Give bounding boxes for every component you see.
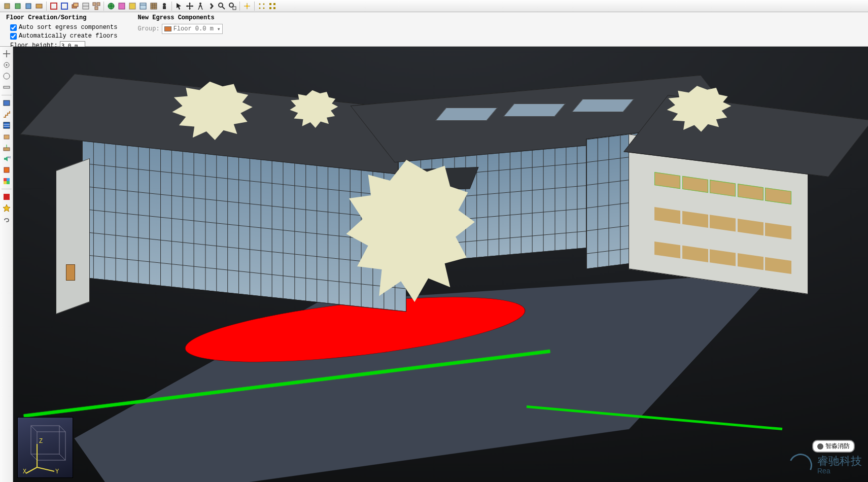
cube-icon[interactable] xyxy=(2,1,12,11)
viewport-3d[interactable]: Z Y X 智淼消防 睿驰科技 Rea xyxy=(13,47,868,482)
watermark-logo-icon xyxy=(786,451,816,480)
svg-rect-42 xyxy=(4,148,10,151)
group-dropdown[interactable]: Floor 0.0 m ▼ xyxy=(162,24,223,34)
svg-rect-14 xyxy=(119,3,125,9)
svg-rect-20 xyxy=(163,6,166,9)
link-icon[interactable] xyxy=(2,214,12,224)
mesh-pink-icon[interactable] xyxy=(117,1,127,11)
svg-rect-49 xyxy=(4,194,10,200)
svg-point-28 xyxy=(263,3,265,5)
svg-line-57 xyxy=(26,467,37,473)
stair-hash-icon[interactable] xyxy=(2,120,12,130)
axis-z-label: Z xyxy=(39,438,43,445)
svg-rect-4 xyxy=(51,3,57,9)
person-icon[interactable] xyxy=(159,1,169,11)
svg-point-22 xyxy=(219,3,223,7)
snap-grid-icon[interactable] xyxy=(257,1,267,11)
svg-line-52 xyxy=(31,426,37,432)
palette-icon[interactable] xyxy=(127,1,137,11)
svg-line-23 xyxy=(222,7,225,9)
snap-icon[interactable] xyxy=(242,1,252,11)
move-cross-icon[interactable] xyxy=(185,1,195,11)
svg-point-26 xyxy=(246,5,248,7)
badge-dot-icon xyxy=(817,443,823,450)
floor-up-icon[interactable] xyxy=(2,143,12,153)
door xyxy=(66,264,75,281)
skylight xyxy=(435,108,498,121)
layers-icon[interactable] xyxy=(70,1,80,11)
svg-rect-39 xyxy=(4,100,10,106)
auto-sort-label: Auto sort egress components xyxy=(19,24,117,31)
svg-point-21 xyxy=(199,3,201,5)
multi-box-icon[interactable] xyxy=(91,1,101,11)
watermark-title: 睿驰科技 xyxy=(817,456,862,467)
walk-icon[interactable] xyxy=(195,1,205,11)
svg-rect-32 xyxy=(273,3,275,5)
axis-y-label: Y xyxy=(55,468,59,474)
cube-orange-icon[interactable] xyxy=(2,165,12,175)
palette2-icon[interactable] xyxy=(2,176,12,186)
svg-rect-1 xyxy=(15,4,20,9)
auto-sort-checkbox[interactable] xyxy=(10,24,17,31)
auto-create-label: Automatically create floors xyxy=(19,32,117,40)
badge-text: 智淼消防 xyxy=(825,442,850,451)
svg-rect-2 xyxy=(26,4,31,9)
auto-create-checkbox-row[interactable]: Automatically create floors xyxy=(6,32,117,40)
ruler-icon[interactable] xyxy=(2,82,12,92)
svg-point-37 xyxy=(4,73,10,79)
zoom-area-icon[interactable] xyxy=(227,1,237,11)
svg-point-19 xyxy=(163,3,166,6)
svg-rect-45 xyxy=(4,178,7,181)
box-tan-icon[interactable] xyxy=(2,131,12,142)
property-bar: Floor Creation/Sorting Auto sort egress … xyxy=(0,12,868,47)
svg-rect-12 xyxy=(95,7,98,10)
pointer-icon[interactable] xyxy=(174,1,184,11)
orientation-gizmo[interactable]: Z Y X xyxy=(17,417,73,478)
axis-x-label: X xyxy=(23,468,26,474)
cube-green-icon[interactable] xyxy=(13,1,23,11)
top-toolbar xyxy=(0,0,868,12)
svg-point-36 xyxy=(6,64,7,66)
svg-rect-7 xyxy=(74,3,78,7)
svg-rect-18 xyxy=(151,3,157,9)
scale-icon[interactable] xyxy=(2,71,12,81)
svg-text:40: 40 xyxy=(8,156,11,159)
auto-sort-checkbox-row[interactable]: Auto sort egress components xyxy=(6,24,117,31)
svg-rect-47 xyxy=(4,181,7,184)
watermark: 睿驰科技 Rea xyxy=(789,454,862,477)
select-box-blue-icon[interactable] xyxy=(59,1,70,11)
svg-line-53 xyxy=(59,426,65,432)
group-value: Floor 0.0 m xyxy=(173,25,214,32)
chevron-down-icon: ▼ xyxy=(218,27,220,31)
grid-icon[interactable] xyxy=(149,1,159,11)
svg-rect-46 xyxy=(7,178,10,181)
floor-creation-title: Floor Creation/Sorting xyxy=(6,14,117,21)
svg-rect-15 xyxy=(129,3,135,9)
star-yellow-icon[interactable] xyxy=(2,203,12,213)
move-arrows-icon[interactable] xyxy=(2,49,12,59)
svg-point-29 xyxy=(259,7,261,9)
zoom-icon[interactable] xyxy=(217,1,227,11)
run-icon[interactable] xyxy=(206,1,216,11)
auto-create-checkbox[interactable] xyxy=(10,33,17,40)
svg-point-27 xyxy=(259,3,261,5)
new-egress-panel: New Egress Components Group: Floor 0.0 m… xyxy=(137,14,222,44)
target-icon[interactable] xyxy=(2,60,12,70)
floor-creation-panel: Floor Creation/Sorting Auto sort egress … xyxy=(6,14,117,44)
snap-corners-icon[interactable] xyxy=(267,1,277,11)
box-icon[interactable] xyxy=(34,1,44,11)
cube-blue-icon[interactable] xyxy=(23,1,33,11)
watermark-subtitle: Rea xyxy=(817,467,862,475)
globe-icon[interactable] xyxy=(106,1,116,11)
select-box-red-icon[interactable] xyxy=(49,1,59,11)
svg-rect-31 xyxy=(269,3,271,5)
window-icon[interactable] xyxy=(138,1,148,11)
layers2-icon[interactable] xyxy=(81,1,91,11)
svg-rect-5 xyxy=(61,3,67,9)
floor-swatch-icon xyxy=(164,26,171,31)
sound-icon[interactable]: 40 xyxy=(2,154,12,164)
stair-tan-icon[interactable] xyxy=(2,109,12,119)
wall-blue-icon[interactable] xyxy=(2,98,12,108)
svg-rect-41 xyxy=(4,135,9,139)
fill-red-icon[interactable] xyxy=(2,192,12,202)
